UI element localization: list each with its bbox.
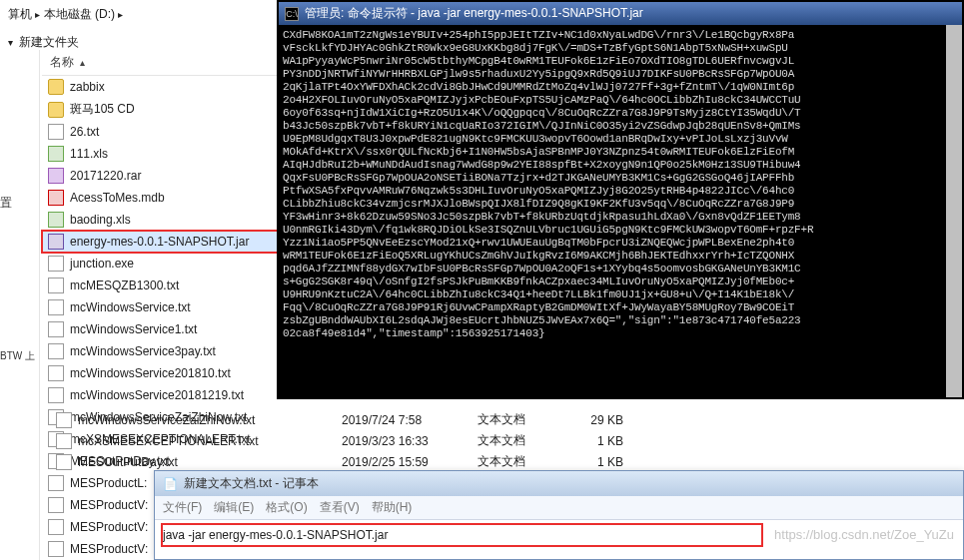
file-name: 20171220.rar: [70, 169, 141, 183]
file-name: mcWindowsService20181219.txt: [70, 388, 244, 402]
menu-help[interactable]: 帮助(H): [372, 499, 413, 516]
cmd-window: C:\ 管理员: 命令提示符 - java -jar energy-mes-0.…: [277, 0, 964, 399]
file-size: 1 KB: [563, 434, 623, 448]
txt-icon: [48, 321, 64, 337]
file-name: MESOutPutDay.txt: [56, 454, 336, 470]
file-name: energy-mes-0.0.1-SNAPSHOT.jar: [70, 235, 249, 249]
file-name: 26.txt: [70, 125, 99, 139]
file-name: mcWindowsService.txt: [70, 300, 191, 314]
file-name: mcWindowsService1.txt: [70, 322, 197, 336]
xls-icon: [48, 146, 64, 162]
file-name: mcXSMESEXCEPTIONALERT.txt: [56, 433, 336, 449]
cmd-output: CXdFW8KOA1mT2zNgWs1eYBUIv+254phI5ppJEItT…: [279, 25, 946, 397]
mdb-icon: [48, 190, 64, 206]
cmd-scrollbar[interactable]: [946, 25, 962, 397]
breadcrumb-seg2: 本地磁盘 (D:): [44, 7, 115, 21]
menu-edit[interactable]: 编辑(E): [214, 499, 254, 516]
file-type: 文本文档: [478, 432, 557, 449]
file-size: 29 KB: [563, 413, 623, 427]
txt-icon: [48, 519, 64, 535]
breadcrumb-seg1: 算机: [8, 7, 32, 21]
left-label-btw: BTW 上: [0, 349, 35, 363]
txt-icon: [48, 387, 64, 403]
chevron-right-icon: ▸: [118, 9, 123, 20]
left-label-zhi: 置: [0, 195, 12, 212]
file-name: MESProductL:: [70, 476, 147, 490]
notepad-icon: 📄: [163, 477, 178, 491]
xls-icon: [48, 212, 64, 228]
breadcrumb[interactable]: 算机 ▸ 本地磁盘 (D:) ▸: [0, 2, 131, 27]
txt-icon: [56, 412, 72, 428]
file-date: 2019/7/24 7:58: [342, 413, 472, 427]
file-name: 斑马105 CD: [70, 101, 135, 118]
details-row[interactable]: mcWindowsServiceZaiZhiNow.txt2019/7/24 7…: [50, 409, 964, 430]
left-panel: 置 BTW 上: [0, 50, 40, 560]
menu-file[interactable]: 文件(F): [163, 499, 202, 516]
folder-icon: [48, 79, 64, 95]
notepad-window: 📄 新建文本文档.txt - 记事本 文件(F) 编辑(E) 格式(O) 查看(…: [154, 470, 964, 560]
file-size: 1 KB: [563, 455, 623, 469]
file-name: mcWindowsService3pay.txt: [70, 344, 216, 358]
txt-icon: [48, 541, 64, 557]
file-name: MESProductV:: [70, 542, 148, 556]
notepad-body[interactable]: java -jar energy-mes-0.0.1-SNAPSHOT.jar: [155, 520, 963, 559]
txt-icon: [56, 433, 72, 449]
sort-indicator-icon: ▴: [80, 57, 85, 68]
txt-icon: [48, 299, 64, 315]
file-type: 文本文档: [478, 453, 557, 470]
bullet-icon: ▾: [8, 37, 13, 48]
file-name: junction.exe: [70, 257, 134, 271]
menu-view[interactable]: 查看(V): [320, 499, 360, 516]
txt-icon: [56, 454, 72, 470]
txt-icon: [48, 497, 64, 513]
file-type: 文本文档: [478, 411, 557, 428]
menu-format[interactable]: 格式(O): [266, 499, 307, 516]
file-name: MESProductV:: [70, 498, 148, 512]
notepad-titlebar[interactable]: 📄 新建文本文档.txt - 记事本: [155, 471, 963, 496]
file-date: 2019/3/23 16:33: [342, 434, 472, 448]
column-name-label: 名称: [50, 54, 74, 71]
file-name: MESProductV:: [70, 520, 148, 534]
notepad-menu: 文件(F) 编辑(E) 格式(O) 查看(V) 帮助(H): [155, 496, 963, 520]
file-name: mcWindowsServiceZaiZhiNow.txt: [56, 412, 336, 428]
folder-icon: [48, 102, 64, 118]
cmd-icon: C:\: [285, 7, 299, 21]
file-name: zabbix: [70, 80, 105, 94]
jar-icon: [48, 234, 64, 250]
details-row[interactable]: MESOutPutDay.txt2019/2/25 15:59文本文档1 KB: [50, 451, 964, 472]
file-name: mcMESQZB1300.txt: [70, 279, 179, 292]
notepad-content: java -jar energy-mes-0.0.1-SNAPSHOT.jar: [163, 528, 388, 542]
txt-icon: [48, 475, 64, 491]
cmd-titlebar[interactable]: C:\ 管理员: 命令提示符 - java -jar energy-mes-0.…: [279, 2, 962, 25]
txt-icon: [48, 278, 64, 293]
details-row[interactable]: mcXSMESEXCEPTIONALERT.txt2019/3/23 16:33…: [50, 430, 964, 451]
file-name: AcessToMes.mdb: [70, 191, 165, 205]
details-rows: mcWindowsServiceZaiZhiNow.txt2019/7/24 7…: [50, 409, 964, 472]
notepad-title-text: 新建文本文档.txt - 记事本: [184, 475, 319, 492]
txt-icon: [48, 124, 64, 140]
chevron-right-icon: ▸: [35, 9, 40, 20]
new-folder-label: 新建文件夹: [19, 34, 79, 51]
rar-icon: [48, 168, 64, 184]
file-name: mcWindowsService201810.txt: [70, 366, 231, 380]
txt-icon: [48, 365, 64, 381]
file-date: 2019/2/25 15:59: [342, 455, 472, 469]
cmd-title-text: 管理员: 命令提示符 - java -jar energy-mes-0.0.1-…: [305, 5, 643, 22]
file-name: baoding.xls: [70, 213, 131, 227]
txt-icon: [48, 343, 64, 359]
txt-icon: [48, 256, 64, 272]
file-name: 111.xls: [70, 147, 108, 161]
